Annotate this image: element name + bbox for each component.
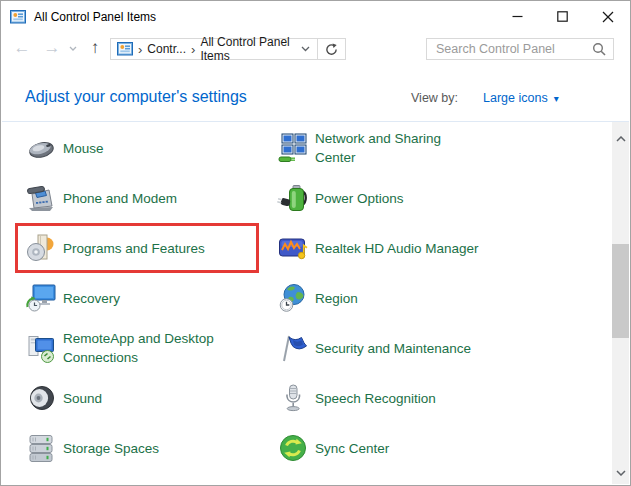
security-maintenance-icon <box>277 332 309 364</box>
chevron-down-icon <box>616 470 626 476</box>
minimize-icon <box>512 11 523 22</box>
search-box <box>426 38 614 60</box>
item-network-and-sharing-center[interactable]: Network and Sharing Center <box>277 123 607 173</box>
item-label: Programs and Features <box>63 239 205 258</box>
close-icon <box>602 11 614 23</box>
view-by-dropdown[interactable]: Large icons <box>483 91 548 105</box>
close-button[interactable] <box>585 1 630 32</box>
scroll-up-button[interactable] <box>612 130 629 147</box>
control-panel-window: All Control Panel Items ← → ↑ <box>0 0 631 486</box>
region-icon <box>277 282 309 314</box>
chevron-down-icon <box>301 46 310 52</box>
network-sharing-icon <box>277 132 309 164</box>
recent-pages-dropdown[interactable] <box>65 33 81 63</box>
item-recovery[interactable]: Recovery <box>25 273 260 323</box>
control-panel-icon <box>10 9 26 25</box>
mouse-icon <box>25 132 57 164</box>
speech-recognition-icon <box>277 382 309 414</box>
breadcrumb-separator: › <box>133 43 147 56</box>
search-input[interactable] <box>427 39 596 59</box>
window-title: All Control Panel Items <box>34 10 156 24</box>
programs-and-features-icon <box>25 232 57 264</box>
navigation-toolbar: ← → ↑ › Contr... › <box>1 33 630 63</box>
item-remoteapp-and-desktop-connections[interactable]: RemoteApp and Desktop Connections <box>25 323 260 373</box>
scroll-down-button[interactable] <box>612 464 629 481</box>
realtek-audio-icon <box>277 232 309 264</box>
item-label: Region <box>315 289 358 308</box>
scrollbar-thumb[interactable] <box>612 244 629 338</box>
chevron-up-icon <box>616 136 626 142</box>
maximize-button[interactable] <box>540 1 585 32</box>
item-label: Phone and Modem <box>63 189 177 208</box>
item-mouse[interactable]: Mouse <box>25 123 260 173</box>
control-panel-icon <box>117 41 133 57</box>
item-programs-and-features[interactable]: Programs and Features <box>25 223 260 273</box>
item-realtek-hd-audio-manager[interactable]: Realtek HD Audio Manager <box>277 223 607 273</box>
back-button[interactable]: ← <box>11 33 33 63</box>
item-label: Realtek HD Audio Manager <box>315 239 479 258</box>
item-phone-and-modem[interactable]: Phone and Modem <box>25 173 260 223</box>
item-label: Mouse <box>63 139 104 158</box>
item-label: Network and Sharing Center <box>315 129 441 167</box>
item-region[interactable]: Region <box>277 273 607 323</box>
refresh-icon <box>325 43 338 56</box>
page-title: Adjust your computer's settings <box>25 88 247 106</box>
window-controls <box>495 1 630 32</box>
titlebar: All Control Panel Items <box>1 1 630 32</box>
item-power-options[interactable]: Power Options <box>277 173 607 223</box>
maximize-icon <box>557 11 568 22</box>
sync-center-icon <box>277 432 309 464</box>
breadcrumb-segment-all-items[interactable]: All Control Panel Items <box>200 35 294 63</box>
item-sync-center[interactable]: Sync Center <box>277 423 607 473</box>
breadcrumb-separator: › <box>186 43 200 56</box>
vertical-scrollbar[interactable] <box>612 122 629 484</box>
item-label: Recovery <box>63 289 120 308</box>
storage-spaces-icon <box>25 432 57 464</box>
item-label: Storage Spaces <box>63 439 159 458</box>
search-icon[interactable] <box>592 42 606 60</box>
items-panel: Mouse Network and Sharing Center <box>2 121 629 484</box>
minimize-button[interactable] <box>495 1 540 32</box>
item-label: Security and Maintenance <box>315 339 471 358</box>
item-sound[interactable]: Sound <box>25 373 260 423</box>
item-speech-recognition[interactable]: Speech Recognition <box>277 373 607 423</box>
power-options-icon <box>277 182 309 214</box>
item-label: Speech Recognition <box>315 389 436 408</box>
item-label: RemoteApp and Desktop Connections <box>63 329 214 367</box>
chevron-down-icon <box>69 46 77 51</box>
item-storage-spaces[interactable]: Storage Spaces <box>25 423 260 473</box>
view-by-control: View by: Large icons ▾ <box>411 91 559 105</box>
chevron-down-icon[interactable]: ▾ <box>554 93 559 104</box>
address-dropdown-button[interactable] <box>294 46 317 52</box>
forward-button[interactable]: → <box>41 33 63 63</box>
address-bar-group: › Contr... › All Control Panel Items <box>110 38 346 60</box>
up-button[interactable]: ↑ <box>83 33 107 63</box>
refresh-button[interactable] <box>318 38 346 60</box>
item-security-and-maintenance[interactable]: Security and Maintenance <box>277 323 607 373</box>
page-header: Adjust your computer's settings View by:… <box>1 81 630 119</box>
item-label: Sound <box>63 389 102 408</box>
remoteapp-icon <box>25 332 57 364</box>
item-label: Sync Center <box>315 439 389 458</box>
breadcrumb-segment-control-panel[interactable]: Contr... <box>147 42 186 56</box>
phone-icon <box>25 182 57 214</box>
address-bar[interactable]: › Contr... › All Control Panel Items <box>110 38 318 60</box>
item-label: Power Options <box>315 189 404 208</box>
recovery-icon <box>25 282 57 314</box>
sound-icon <box>25 382 57 414</box>
view-by-label: View by: <box>411 91 458 105</box>
